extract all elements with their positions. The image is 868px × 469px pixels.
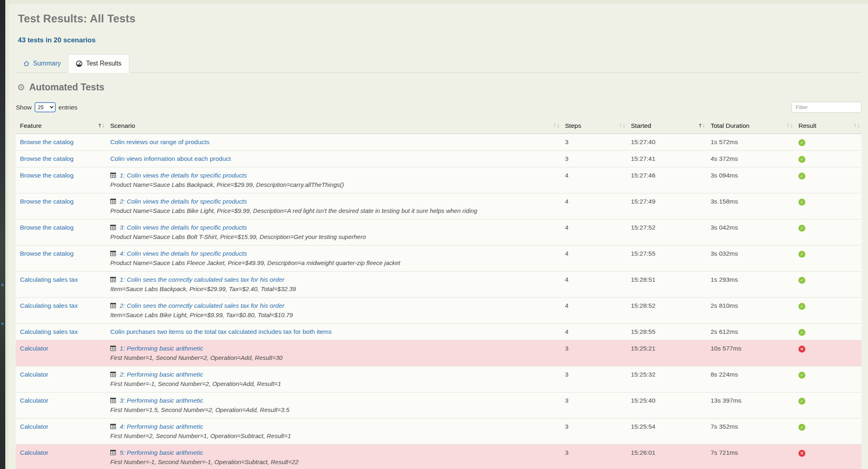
scenario-link[interactable]: 3: Colin views the details for specific … <box>120 224 247 231</box>
feature-link[interactable]: Browse the catalog <box>20 224 74 231</box>
examples-table-icon <box>110 224 116 232</box>
scenario-link[interactable]: 1: Performing basic arithmetic <box>120 345 203 352</box>
scenario-parameters: Item=Sauce Labs Backpack, Price=$29.99, … <box>110 285 556 293</box>
feature-link[interactable]: Calculator <box>20 397 48 404</box>
scenario-cell: 5: Performing basic arithmetic First Num… <box>106 445 561 469</box>
feature-link[interactable]: Browse the catalog <box>20 138 74 145</box>
scenario-cell: 1: Colin views the details for specific … <box>106 167 561 193</box>
duration-value: 10s 577ms <box>707 340 794 366</box>
steps-value: 4 <box>561 167 627 193</box>
examples-table-icon <box>110 370 116 379</box>
column-header[interactable]: Result ↑↓ <box>794 119 861 134</box>
feature-link[interactable]: Calculator <box>20 371 48 378</box>
home-icon <box>23 60 30 67</box>
column-header[interactable]: Feature ↑↓ <box>16 119 106 134</box>
result-cell <box>794 324 861 340</box>
started-value: 15:28:51 <box>627 272 707 298</box>
examples-table-icon <box>110 423 116 431</box>
tab-summary[interactable]: Summary <box>16 54 68 72</box>
tab-test-results[interactable]: Test Results <box>68 54 129 73</box>
scenario-link[interactable]: 2: Colin sees the correctly calculated s… <box>120 302 284 309</box>
scenario-link[interactable]: 4: Colin views the details for specific … <box>120 250 247 257</box>
feature-link[interactable]: Calculating sales tax <box>20 302 78 309</box>
scenario-parameters: Product Name=Sauce Labs Bolt T-Shirt, Pr… <box>110 233 556 241</box>
feature-link[interactable]: Browse the catalog <box>20 198 74 205</box>
result-badge <box>798 199 805 206</box>
started-value: 15:25:54 <box>627 419 707 445</box>
duration-value: 1s 293ms <box>707 272 794 298</box>
duration-value: 4s 372ms <box>707 151 794 167</box>
duration-value: 3s 158ms <box>707 193 794 219</box>
steps-value: 4 <box>561 298 627 324</box>
test-count-summary: 43 tests in 20 scenarios <box>18 36 861 44</box>
scenario-link[interactable]: Colin views information about each produ… <box>110 155 231 162</box>
scenario-parameters: First Number=2, Second Number=1, Operati… <box>110 432 556 440</box>
result-badge <box>798 372 805 379</box>
column-header-label: Total Duration <box>711 122 750 129</box>
test-results-table: Feature ↑↓ Scenario ↑↓ Steps ↑↓ Started … <box>16 119 861 469</box>
sort-icon: ↑↓ <box>698 123 705 129</box>
feature-link[interactable]: Browse the catalog <box>20 155 74 162</box>
filter-input[interactable] <box>792 102 861 113</box>
feature-link[interactable]: Calculating sales tax <box>20 328 78 335</box>
feature-cell: Browse the catalog <box>16 219 106 245</box>
table-row: Calculator 1: Performing basic arithmeti… <box>16 340 861 366</box>
scenario-link[interactable]: Colin purchases two items so the total t… <box>110 328 332 335</box>
started-value: 15:25:32 <box>627 366 707 392</box>
started-value: 15:27:52 <box>627 219 707 245</box>
column-header-label: Steps <box>565 122 581 129</box>
examples-table-icon <box>110 302 116 310</box>
column-header[interactable]: Total Duration ↑↓ <box>707 119 794 134</box>
started-value: 15:27:49 <box>627 193 707 219</box>
feature-link[interactable]: Calculating sales tax <box>20 276 78 283</box>
steps-value: 4 <box>561 193 627 219</box>
result-badge <box>798 156 805 163</box>
scenario-link[interactable]: 5: Performing basic arithmetic <box>120 449 203 456</box>
scenario-parameters: Item=Sauce Labs Bike Light, Price=$9.99,… <box>110 311 556 319</box>
show-label: Show <box>16 104 32 111</box>
duration-value: 2s 612ms <box>707 324 794 340</box>
report-panel: Test Results: All Tests 43 tests in 20 s… <box>8 4 868 469</box>
scenario-link[interactable]: 4: Performing basic arithmetic <box>120 423 203 430</box>
result-badge <box>798 139 805 146</box>
scenario-parameters: First Number=1.5, Second Number=2, Opera… <box>110 406 556 414</box>
feature-cell: Calculator <box>16 419 106 445</box>
feature-cell: Calculating sales tax <box>16 298 106 324</box>
page-title: Test Results: All Tests <box>18 13 861 25</box>
steps-value: 3 <box>561 151 627 167</box>
feature-link[interactable]: Browse the catalog <box>20 250 74 257</box>
scenario-link[interactable]: 2: Colin views the details for specific … <box>120 198 247 205</box>
section-heading-label: Automated Tests <box>29 82 105 93</box>
section-heading: ⚙ Automated Tests <box>17 82 861 93</box>
scenario-link[interactable]: 2: Performing basic arithmetic <box>120 371 203 378</box>
result-cell <box>794 245 861 272</box>
examples-table-icon <box>110 171 116 180</box>
column-header[interactable]: Started ↑↓ <box>627 119 707 134</box>
examples-table-icon <box>110 250 116 258</box>
scenario-link[interactable]: Colin reviews our range of products <box>110 138 209 145</box>
duration-value: 1s 572ms <box>707 134 794 151</box>
feature-link[interactable]: Calculator <box>20 345 48 352</box>
result-cell <box>794 445 861 469</box>
started-value: 15:25:40 <box>627 392 707 419</box>
sort-icon: ↑↓ <box>618 123 625 129</box>
feature-link[interactable]: Calculator <box>20 449 48 456</box>
table-row: Calculator 5: Performing basic arithmeti… <box>16 445 861 469</box>
scenario-link[interactable]: 1: Colin views the details for specific … <box>120 172 247 179</box>
started-value: 15:27:46 <box>627 167 707 193</box>
page-size-select[interactable]: 25 <box>35 102 56 112</box>
scenario-link[interactable]: 3: Performing basic arithmetic <box>120 397 203 404</box>
examples-table-icon <box>110 397 116 405</box>
feature-cell: Browse the catalog <box>16 245 106 272</box>
duration-value: 2s 810ms <box>707 298 794 324</box>
feature-link[interactable]: Browse the catalog <box>20 172 74 179</box>
column-header[interactable]: Steps ↑↓ <box>561 119 627 134</box>
scenario-link[interactable]: 1: Colin sees the correctly calculated s… <box>120 276 284 283</box>
column-header[interactable]: Scenario ↑↓ <box>106 119 561 134</box>
feature-link[interactable]: Calculator <box>20 423 48 430</box>
result-cell <box>794 219 861 245</box>
gear-icon: ⚙ <box>17 83 25 92</box>
result-badge <box>798 424 805 431</box>
table-row: Calculator 2: Performing basic arithmeti… <box>16 366 861 392</box>
result-cell <box>794 366 861 392</box>
